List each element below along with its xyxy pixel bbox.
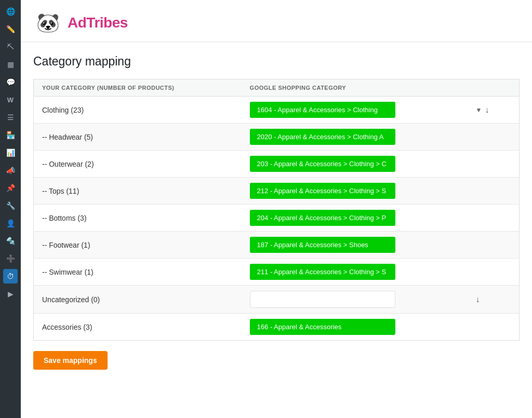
logo-text: AdTribes	[68, 15, 128, 31]
stack-icon[interactable]: ⛏	[3, 39, 18, 54]
table-row: -- Bottoms (3)204 - Apparel & Accessorie…	[34, 205, 520, 232]
main-content: 🐼 AdTribes Category mapping YOUR CATEGOR…	[21, 0, 532, 418]
category-cell: -- Tops (11)	[34, 178, 242, 205]
woo-icon[interactable]: W	[3, 92, 18, 107]
google-category-button[interactable]: 2020 - Apparel & Accessories > Clothing …	[250, 129, 395, 145]
tools-icon[interactable]: 🔧	[3, 198, 18, 213]
category-name: -- Footwear (1)	[42, 241, 90, 249]
google-category-button[interactable]: 187 - Apparel & Accessories > Shoes	[250, 237, 395, 253]
category-name: -- Headwear (5)	[42, 133, 93, 141]
category-name: -- Swimwear (1)	[42, 268, 94, 276]
category-cell: -- Footwear (1)	[34, 232, 242, 259]
google-category-cell: 211 - Apparel & Accessories > Clothing >…	[242, 259, 468, 286]
action-cell	[468, 178, 520, 205]
list-icon[interactable]: ☰	[3, 110, 18, 125]
google-category-button[interactable]: 212 - Apparel & Accessories > Clothing >…	[250, 183, 395, 199]
action-cell	[468, 124, 520, 151]
google-category-button[interactable]: 166 - Apparel & Accessories	[250, 319, 395, 335]
table-row: -- Swimwear (1)211 - Apparel & Accessori…	[34, 259, 520, 286]
google-category-cell: 212 - Apparel & Accessories > Clothing >…	[242, 178, 468, 205]
category-cell: Clothing (23)	[34, 97, 242, 124]
google-category-button[interactable]: 1604 - Apparel & Accessories > Clothing	[250, 102, 395, 118]
table-row: -- Tops (11)212 - Apparel & Accessories …	[34, 178, 520, 205]
category-cell: -- Swimwear (1)	[34, 259, 242, 286]
action-cell	[468, 314, 520, 341]
pencil-icon[interactable]: ✏️	[3, 22, 18, 36]
logo-area: 🐼 AdTribes	[33, 8, 128, 37]
user-icon[interactable]: 👤	[3, 216, 18, 231]
category-name: Uncategorized (0)	[42, 295, 100, 304]
page-content: Category mapping YOUR CATEGORY (NUMBER O…	[21, 42, 532, 382]
dropdown-arrow-icon[interactable]: ▼	[476, 106, 482, 114]
category-name: Clothing (23)	[42, 106, 84, 114]
action-cell	[468, 259, 520, 286]
globe-icon[interactable]: 🌐	[3, 4, 18, 19]
google-category-cell: 204 - Apparel & Accessories > Clothing >…	[242, 205, 468, 232]
table-row: Clothing (23)1604 - Apparel & Accessorie…	[34, 97, 520, 124]
play-icon[interactable]: ▶	[3, 287, 18, 301]
category-cell: Uncategorized (0)	[34, 286, 242, 314]
table-row: Uncategorized (0)↓	[34, 286, 520, 314]
down-arrow-icon[interactable]: ↓	[485, 105, 489, 115]
action-cell: ▼↓	[468, 97, 520, 124]
logo-image: 🐼	[33, 8, 62, 37]
table-row: -- Headwear (5)2020 - Apparel & Accessor…	[34, 124, 520, 151]
category-name: -- Outerwear (2)	[42, 160, 94, 168]
table-row: -- Footwear (1)187 - Apparel & Accessori…	[34, 232, 520, 259]
google-category-cell	[242, 286, 468, 314]
table-row: -- Outerwear (2)203 - Apparel & Accessor…	[34, 151, 520, 178]
col1-header: YOUR CATEGORY (NUMBER OF PRODUCTS)	[34, 79, 242, 97]
google-category-cell: 187 - Apparel & Accessories > Shoes	[242, 232, 468, 259]
action-cell	[468, 151, 520, 178]
comment-icon[interactable]: 💬	[3, 75, 18, 89]
category-name: Accessories (3)	[42, 323, 92, 331]
google-category-cell: 166 - Apparel & Accessories	[242, 314, 468, 341]
mapping-table: YOUR CATEGORY (NUMBER OF PRODUCTS) GOOGL…	[33, 79, 520, 341]
google-category-cell: 2020 - Apparel & Accessories > Clothing …	[242, 124, 468, 151]
action-cell: ↓	[468, 286, 520, 314]
google-category-cell: 1604 - Apparel & Accessories > Clothing	[242, 97, 468, 124]
page-title: Category mapping	[33, 55, 520, 69]
store-icon[interactable]: 🏪	[3, 128, 18, 142]
pin-icon[interactable]: 📌	[3, 181, 18, 195]
category-cell: -- Bottoms (3)	[34, 205, 242, 232]
chart-icon[interactable]: 📊	[3, 145, 18, 160]
action-cell	[468, 205, 520, 232]
google-category-button[interactable]: 203 - Apparel & Accessories > Clothing >…	[250, 156, 395, 172]
grid-icon[interactable]: ▦	[3, 57, 18, 72]
action-cell	[468, 232, 520, 259]
feed-icon[interactable]: ⏱	[3, 269, 18, 284]
table-row: Accessories (3)166 - Apparel & Accessori…	[34, 314, 520, 341]
col2-header: GOOGLE SHOPPING CATEGORY	[242, 79, 468, 97]
category-cell: -- Outerwear (2)	[34, 151, 242, 178]
save-mappings-button[interactable]: Save mappings	[33, 351, 108, 370]
down-arrow-icon[interactable]: ↓	[476, 295, 480, 304]
google-category-button[interactable]: 211 - Apparel & Accessories > Clothing >…	[250, 264, 395, 280]
category-name: -- Tops (11)	[42, 187, 79, 195]
sidebar: 🌐 ✏️ ⛏ ▦ 💬 W ☰ 🏪 📊 📣 📌 🔧 👤 🔩 ➕ ⏱ ▶	[0, 0, 21, 418]
plus-box-icon[interactable]: ➕	[3, 251, 18, 266]
megaphone-icon[interactable]: 📣	[3, 163, 18, 178]
google-category-input[interactable]	[250, 291, 395, 308]
google-category-button[interactable]: 204 - Apparel & Accessories > Clothing >…	[250, 210, 395, 226]
wrench-icon[interactable]: 🔩	[3, 234, 18, 248]
header: 🐼 AdTribes	[21, 0, 532, 42]
category-cell: -- Headwear (5)	[34, 124, 242, 151]
google-category-cell: 203 - Apparel & Accessories > Clothing >…	[242, 151, 468, 178]
col3-header	[468, 79, 520, 97]
category-name: -- Bottoms (3)	[42, 214, 87, 222]
category-cell: Accessories (3)	[34, 314, 242, 341]
